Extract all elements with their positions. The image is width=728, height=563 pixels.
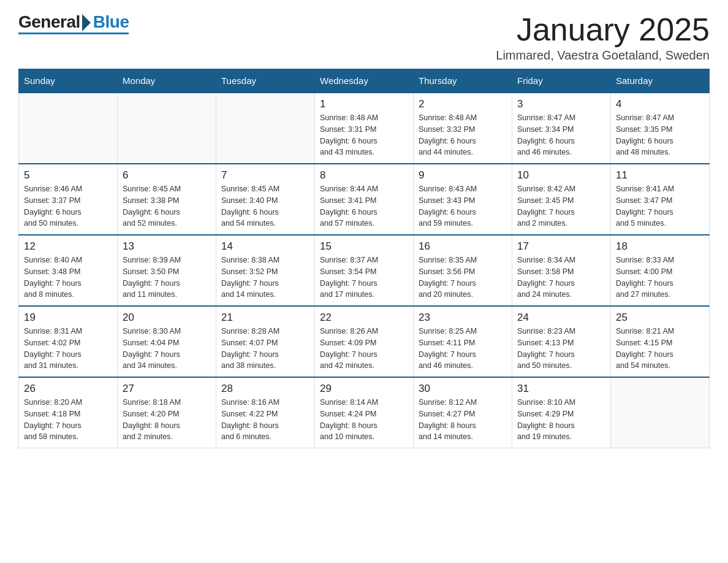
day-info: Sunrise: 8:48 AMSunset: 3:31 PMDaylight:… [320,112,408,158]
week-row-3: 12Sunrise: 8:40 AMSunset: 3:48 PMDayligh… [19,235,710,306]
calendar-cell: 4Sunrise: 8:47 AMSunset: 3:35 PMDaylight… [611,93,710,164]
logo: General Blue [18,12,129,34]
day-info: Sunrise: 8:48 AMSunset: 3:32 PMDaylight:… [419,112,507,158]
logo-blue-text: Blue [93,12,129,32]
day-number: 29 [320,383,408,395]
calendar-cell: 11Sunrise: 8:41 AMSunset: 3:47 PMDayligh… [611,164,710,235]
day-info: Sunrise: 8:38 AMSunset: 3:52 PMDaylight:… [221,255,309,301]
day-info: Sunrise: 8:28 AMSunset: 4:07 PMDaylight:… [221,326,309,372]
day-info: Sunrise: 8:33 AMSunset: 4:00 PMDaylight:… [616,255,704,301]
day-number: 3 [517,98,605,110]
day-number: 22 [320,312,408,324]
day-number: 27 [123,383,211,395]
day-number: 13 [123,240,211,253]
logo-arrow-icon [82,14,91,31]
week-row-4: 19Sunrise: 8:31 AMSunset: 4:02 PMDayligh… [19,306,710,377]
day-info: Sunrise: 8:43 AMSunset: 3:43 PMDaylight:… [419,183,507,229]
calendar-table: SundayMondayTuesdayWednesdayThursdayFrid… [18,69,710,448]
day-info: Sunrise: 8:10 AMSunset: 4:29 PMDaylight:… [517,397,605,443]
day-info: Sunrise: 8:46 AMSunset: 3:37 PMDaylight:… [24,183,112,229]
calendar-cell: 16Sunrise: 8:35 AMSunset: 3:56 PMDayligh… [414,235,512,306]
day-info: Sunrise: 8:45 AMSunset: 3:38 PMDaylight:… [123,183,211,229]
calendar-body: 1Sunrise: 8:48 AMSunset: 3:31 PMDaylight… [19,93,710,448]
day-info: Sunrise: 8:39 AMSunset: 3:50 PMDaylight:… [123,255,211,301]
day-number: 1 [320,98,408,110]
calendar-cell: 25Sunrise: 8:21 AMSunset: 4:15 PMDayligh… [611,306,710,377]
day-info: Sunrise: 8:34 AMSunset: 3:58 PMDaylight:… [517,255,605,301]
calendar-cell: 1Sunrise: 8:48 AMSunset: 3:31 PMDaylight… [315,93,414,164]
day-number: 17 [517,240,605,253]
day-info: Sunrise: 8:12 AMSunset: 4:27 PMDaylight:… [419,397,507,443]
week-row-1: 1Sunrise: 8:48 AMSunset: 3:31 PMDaylight… [19,93,710,164]
day-info: Sunrise: 8:16 AMSunset: 4:22 PMDaylight:… [221,397,309,443]
calendar-cell: 14Sunrise: 8:38 AMSunset: 3:52 PMDayligh… [216,235,315,306]
logo-underline [18,33,129,34]
day-info: Sunrise: 8:37 AMSunset: 3:54 PMDaylight:… [320,255,408,301]
calendar-cell: 5Sunrise: 8:46 AMSunset: 3:37 PMDaylight… [19,164,118,235]
day-number: 25 [616,312,704,324]
day-header-friday: Friday [512,69,611,93]
calendar-cell: 7Sunrise: 8:45 AMSunset: 3:40 PMDaylight… [216,164,315,235]
day-number: 7 [221,169,309,182]
day-info: Sunrise: 8:41 AMSunset: 3:47 PMDaylight:… [616,183,704,229]
day-header-wednesday: Wednesday [315,69,414,93]
location-text: Limmared, Vaestra Goetaland, Sweden [496,48,710,63]
day-number: 15 [320,240,408,253]
month-title: January 2025 [496,12,710,47]
day-info: Sunrise: 8:21 AMSunset: 4:15 PMDaylight:… [616,326,704,372]
day-info: Sunrise: 8:23 AMSunset: 4:13 PMDaylight:… [517,326,605,372]
day-info: Sunrise: 8:20 AMSunset: 4:18 PMDaylight:… [24,397,112,443]
calendar-cell: 22Sunrise: 8:26 AMSunset: 4:09 PMDayligh… [315,306,414,377]
calendar-cell: 27Sunrise: 8:18 AMSunset: 4:20 PMDayligh… [118,377,216,448]
day-number: 21 [221,312,309,324]
page-header: General Blue January 2025 Limmared, Vaes… [18,12,710,63]
logo-text: General Blue [18,12,129,32]
calendar-cell: 10Sunrise: 8:42 AMSunset: 3:45 PMDayligh… [512,164,611,235]
calendar-cell: 12Sunrise: 8:40 AMSunset: 3:48 PMDayligh… [19,235,118,306]
calendar-cell: 19Sunrise: 8:31 AMSunset: 4:02 PMDayligh… [19,306,118,377]
day-number: 5 [24,169,112,182]
day-number: 12 [24,240,112,253]
day-info: Sunrise: 8:42 AMSunset: 3:45 PMDaylight:… [517,183,605,229]
calendar-cell: 18Sunrise: 8:33 AMSunset: 4:00 PMDayligh… [611,235,710,306]
calendar-cell: 13Sunrise: 8:39 AMSunset: 3:50 PMDayligh… [118,235,216,306]
day-info: Sunrise: 8:40 AMSunset: 3:48 PMDaylight:… [24,255,112,301]
calendar-cell: 29Sunrise: 8:14 AMSunset: 4:24 PMDayligh… [315,377,414,448]
day-number: 8 [320,169,408,182]
logo-general-text: General [18,12,80,32]
calendar-cell: 21Sunrise: 8:28 AMSunset: 4:07 PMDayligh… [216,306,315,377]
calendar-cell [216,93,315,164]
day-number: 16 [419,240,507,253]
day-info: Sunrise: 8:30 AMSunset: 4:04 PMDaylight:… [123,326,211,372]
title-section: January 2025 Limmared, Vaestra Goetaland… [496,12,710,63]
day-info: Sunrise: 8:47 AMSunset: 3:35 PMDaylight:… [616,112,704,158]
day-info: Sunrise: 8:44 AMSunset: 3:41 PMDaylight:… [320,183,408,229]
calendar-cell: 28Sunrise: 8:16 AMSunset: 4:22 PMDayligh… [216,377,315,448]
day-info: Sunrise: 8:47 AMSunset: 3:34 PMDaylight:… [517,112,605,158]
day-header-saturday: Saturday [611,69,710,93]
week-row-5: 26Sunrise: 8:20 AMSunset: 4:18 PMDayligh… [19,377,710,448]
calendar-cell: 6Sunrise: 8:45 AMSunset: 3:38 PMDaylight… [118,164,216,235]
calendar-cell: 3Sunrise: 8:47 AMSunset: 3:34 PMDaylight… [512,93,611,164]
calendar-header: SundayMondayTuesdayWednesdayThursdayFrid… [19,69,710,93]
day-info: Sunrise: 8:35 AMSunset: 3:56 PMDaylight:… [419,255,507,301]
day-info: Sunrise: 8:26 AMSunset: 4:09 PMDaylight:… [320,326,408,372]
calendar-cell: 23Sunrise: 8:25 AMSunset: 4:11 PMDayligh… [414,306,512,377]
header-row: SundayMondayTuesdayWednesdayThursdayFrid… [19,69,710,93]
day-number: 31 [517,383,605,395]
day-header-tuesday: Tuesday [216,69,315,93]
day-number: 4 [616,98,704,110]
day-number: 10 [517,169,605,182]
day-header-sunday: Sunday [19,69,118,93]
day-info: Sunrise: 8:18 AMSunset: 4:20 PMDaylight:… [123,397,211,443]
day-info: Sunrise: 8:14 AMSunset: 4:24 PMDaylight:… [320,397,408,443]
day-number: 9 [419,169,507,182]
day-number: 14 [221,240,309,253]
week-row-2: 5Sunrise: 8:46 AMSunset: 3:37 PMDaylight… [19,164,710,235]
calendar-cell: 2Sunrise: 8:48 AMSunset: 3:32 PMDaylight… [414,93,512,164]
day-number: 11 [616,169,704,182]
calendar-cell: 15Sunrise: 8:37 AMSunset: 3:54 PMDayligh… [315,235,414,306]
day-header-monday: Monday [118,69,216,93]
calendar-cell [19,93,118,164]
day-number: 23 [419,312,507,324]
